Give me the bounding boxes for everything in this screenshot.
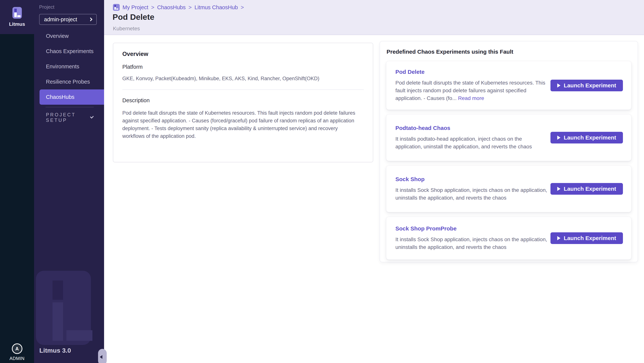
rail-bottom: A ADMIN [0,343,34,361]
avatar[interactable]: A [12,343,22,354]
sidebar-item-overview[interactable]: Overview [34,29,104,44]
litmus-watermark-icon [36,271,91,345]
breadcrumb-litmus-chaoshub[interactable]: Litmus ChaosHub [194,4,238,11]
page-title: Pod Delete [112,13,154,22]
experiment-description: It installs Sock Shop application, injec… [396,235,548,251]
experiment-card-podtato-head: Podtato-head Chaos It installs podtato-h… [386,114,632,161]
experiment-description: It installs podtato-head application, in… [396,135,548,150]
version-label: Litmus 3.0 [39,347,71,354]
play-icon [557,187,560,191]
launch-button-label: Launch Experiment [564,82,616,89]
page-subtitle: Kubernetes [113,26,140,32]
collapse-sidebar-handle[interactable] [98,349,107,363]
predefined-experiments-panel: Predefined Chaos Experiments using this … [380,41,638,262]
watermark-cap [52,280,63,300]
sidebar: Project admin-project Overview Chaos Exp… [34,0,104,363]
overview-card: Overview Platform GKE, Konvoy, Packet(Ku… [113,43,373,162]
sidebar-item-chaos-experiments[interactable]: Chaos Experiments [34,44,104,59]
experiment-card-sock-shop-promprobe: Sock Shop PromProbe It installs Sock Sho… [386,217,632,260]
chevron-right-icon [89,18,92,21]
experiment-card-sock-shop: Sock Shop It installs Sock Shop applicat… [386,166,632,212]
description-text: Pod delete fault disrupts the state of K… [122,109,358,140]
project-select-value: admin-project [44,16,77,23]
overview-divider [122,89,364,90]
brand-label: Litmus [9,21,25,27]
read-more-link[interactable]: Read more [458,95,484,101]
breadcrumb-my-project[interactable]: My Project [122,4,148,11]
experiment-description: It installs Sock Shop application, injec… [396,186,548,202]
brand-rail: Litmus A ADMIN [0,0,34,363]
experiment-title[interactable]: Pod Delete [396,69,424,75]
play-icon [557,236,560,240]
litmus-logo-hbar [17,15,20,17]
watermark-hbar [66,330,92,341]
description-label: Description [122,97,364,104]
sidebar-divider [46,107,94,107]
sidebar-item-environments[interactable]: Environments [34,59,104,74]
project-select[interactable]: admin-project [39,14,97,25]
breadcrumb: My Project > ChaosHubs > Litmus ChaosHub… [113,4,244,11]
litmus-breadcrumb-icon [113,4,120,11]
chevron-down-icon [90,115,94,119]
sidebar-nav: Overview Chaos Experiments Environments … [34,29,104,105]
watermark-vbar [52,302,63,341]
launch-experiment-button[interactable]: Launch Experiment [550,232,623,244]
litmus-logo-icon [12,7,22,19]
launch-experiment-button[interactable]: Launch Experiment [550,80,623,91]
sidebar-item-chaoshubs[interactable]: ChaosHubs [40,89,104,105]
overview-heading: Overview [122,51,364,58]
litmus-logo-vbar [14,13,17,17]
experiment-card-list: Pod Delete Pod delete fault disrupts the… [386,61,632,260]
brand-block: Litmus [0,0,34,34]
project-setup-toggle[interactable]: PROJECT SETUP [46,113,93,122]
experiment-title[interactable]: Podtato-head Chaos [396,125,450,131]
sidebar-item-label: Resilience Probes [46,79,90,85]
project-setup-label: PROJECT SETUP [46,112,84,123]
platform-values: GKE, Konvoy, Packet(Kubeadm), Minikube, … [122,76,364,82]
play-icon [557,83,560,88]
launch-button-label: Launch Experiment [564,134,616,141]
play-icon [557,136,560,140]
admin-label: ADMIN [10,356,25,361]
launch-button-label: Launch Experiment [564,235,616,241]
launch-button-label: Launch Experiment [564,186,616,192]
breadcrumb-separator: > [188,4,192,11]
sidebar-item-label: Overview [46,33,69,39]
sidebar-item-label: Environments [46,64,79,70]
platform-label: Platform [122,64,364,70]
litmus-logo-cap [14,9,17,12]
breadcrumb-separator: > [151,4,154,11]
experiment-title[interactable]: Sock Shop [396,176,424,182]
sidebar-item-label: Chaos Experiments [46,48,94,54]
page-header: My Project > ChaosHubs > Litmus ChaosHub… [104,0,644,35]
experiment-card-pod-delete: Pod Delete Pod delete fault disrupts the… [386,61,632,110]
breadcrumb-chaoshubs[interactable]: ChaosHubs [157,4,186,11]
rail-body: A ADMIN [0,34,34,363]
experiment-title[interactable]: Sock Shop PromProbe [396,225,456,232]
collapse-left-icon [100,355,102,359]
app-root: Litmus A ADMIN Project admin-project Ove… [0,0,644,363]
predefined-experiments-heading: Predefined Chaos Experiments using this … [386,49,632,55]
breadcrumb-separator: > [241,4,244,11]
project-label: Project [39,4,54,10]
main-area: Overview Platform GKE, Konvoy, Packet(Ku… [104,35,644,363]
content: My Project > ChaosHubs > Litmus ChaosHub… [104,0,644,363]
sidebar-item-resilience-probes[interactable]: Resilience Probes [34,74,104,89]
experiment-description: Pod delete fault disrupts the state of K… [396,79,548,102]
sidebar-item-label: ChaosHubs [46,94,74,100]
launch-experiment-button[interactable]: Launch Experiment [550,132,623,143]
launch-experiment-button[interactable]: Launch Experiment [550,183,623,195]
